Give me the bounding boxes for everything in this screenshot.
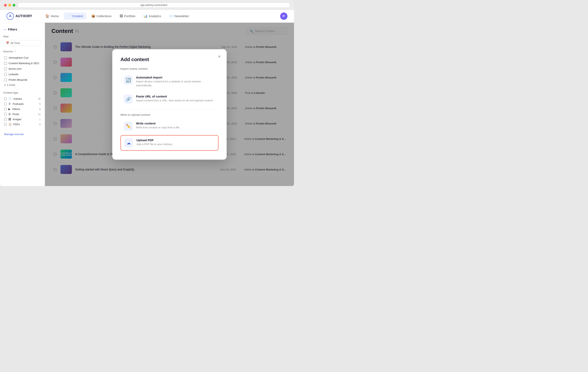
nav-item-home[interactable]: 🏠 Home [42, 12, 62, 20]
articles-icon: 📄 [8, 97, 12, 100]
upload-section-label: Write or upload content [120, 113, 219, 116]
type-checkbox-pdfs[interactable] [4, 123, 7, 126]
upload-pdf-text: Upload PDF Add a PDF file to your Author… [136, 138, 173, 146]
main-content: Content 51 🔍 Search Content The Ultimate… [45, 23, 294, 186]
type-checkbox-images[interactable] [4, 118, 7, 120]
minimize-traffic-light[interactable] [8, 4, 11, 7]
logo-icon: A [7, 12, 14, 20]
upload-pdf-icon-wrap: ☁ [124, 138, 133, 147]
pdfs-icon: 📋 [8, 123, 12, 126]
podcasts-icon: 🎙 [8, 102, 11, 106]
navbar: A AUTHORY 🏠 Home 📄 Content 📦 Collections… [0, 10, 294, 23]
type-posts[interactable]: ☰ Posts 11 [3, 112, 42, 117]
write-content-icon-wrap: ✏️ [124, 122, 133, 131]
write-content-option[interactable]: ✏️ Write content Write from scratch or c… [120, 119, 219, 133]
pencil-icon: ✏️ [126, 124, 131, 129]
content-type-section: Content type 📄 Articles 25 🎙 Podcasts 5 … [3, 91, 42, 127]
paste-url-option[interactable]: 🔗 Paste URL of content Import content fr… [120, 92, 219, 107]
source-checkbox-dzone[interactable] [4, 67, 7, 70]
nav-item-portfolio[interactable]: 🖼 Portfolio [116, 13, 139, 20]
sources-filter-section: Sources ? Atmosphere Cue Content Marketi… [3, 50, 42, 87]
browser-chrome: app.authory.com/content [0, 0, 294, 10]
source-atmosphere-cue[interactable]: Atmosphere Cue [3, 55, 42, 61]
logo-text: AUTHORY [16, 14, 32, 18]
date-filter-label: Date [3, 35, 42, 38]
all-time-button[interactable]: 📅 All Time [3, 40, 42, 46]
logo-area[interactable]: A AUTHORY [7, 12, 32, 20]
home-icon: 🏠 [45, 14, 49, 18]
type-checkbox-articles[interactable] [4, 98, 7, 100]
source-checkbox-cms[interactable] [4, 62, 7, 65]
paste-url-title: Paste URL of content [136, 95, 213, 98]
upload-pdf-desc: Add a PDF file to your Authory. [136, 142, 173, 146]
type-podcasts[interactable]: 🎙 Podcasts 5 [3, 101, 42, 107]
source-checkbox-atmosphere[interactable] [4, 56, 7, 59]
write-content-title: Write content [136, 122, 180, 125]
automated-import-option[interactable]: 🔄 Automated import Import all your conte… [120, 73, 219, 90]
write-content-desc: Write from scratch or copy from a file. [136, 126, 180, 129]
write-content-text: Write content Write from scratch or copy… [136, 122, 180, 129]
close-traffic-light[interactable] [4, 4, 7, 7]
collections-icon: 📦 [91, 14, 95, 18]
content-type-label: Content type [3, 91, 42, 94]
sidebar-title: Filters [3, 28, 42, 31]
modal-close-button[interactable]: ✕ [216, 53, 222, 60]
modal-title: Add content [120, 57, 219, 62]
traffic-lights [4, 4, 15, 7]
fullscreen-traffic-light[interactable] [13, 4, 15, 7]
date-filter-section: Date 📅 All Time [3, 35, 42, 46]
modal-divider [120, 110, 219, 110]
sources-filter-label: Sources ? [3, 50, 42, 53]
automated-import-text: Automated import Import all your content… [136, 76, 215, 87]
nav-item-newsletter[interactable]: ✉️ Newsletter [166, 12, 192, 20]
nav-item-content[interactable]: 📄 Content [64, 12, 86, 20]
content-icon: 📄 [67, 14, 71, 18]
automated-import-desc: Import all your content from a website o… [136, 80, 215, 87]
analytics-icon: 📊 [144, 14, 148, 18]
type-videos[interactable]: ▶ Videos 9 [3, 107, 42, 112]
app-window: A AUTHORY 🏠 Home 📄 Content 📦 Collections… [0, 10, 294, 186]
nav-links: 🏠 Home 📄 Content 📦 Collections 🖼 Portfol… [42, 12, 280, 20]
upload-pdf-title: Upload PDF [136, 138, 173, 142]
address-bar: app.authory.com/content [18, 2, 290, 8]
source-checkbox-linkedin[interactable] [4, 73, 7, 76]
upload-cloud-icon: ☁ [126, 141, 131, 145]
import-section-label: Import online content [120, 67, 219, 70]
paste-url-text: Paste URL of content Import content from… [136, 95, 213, 102]
sidebar: Filters Date 📅 All Time Sources ? Atmosp… [0, 23, 45, 186]
upload-pdf-option[interactable]: ☁ Upload PDF Add a PDF file to your Auth… [120, 135, 219, 151]
sources-help-icon: ? [14, 50, 16, 53]
images-icon: 🖼 [8, 118, 11, 121]
paste-url-desc: Import content from a URL. Also works fo… [136, 99, 213, 102]
source-dzone[interactable]: dzone.com [3, 66, 42, 72]
portfolio-icon: 🖼 [120, 14, 123, 18]
type-articles[interactable]: 📄 Articles 25 [3, 96, 42, 101]
manage-sources-link[interactable]: Manage sources [3, 131, 42, 137]
videos-icon: ▶ [8, 108, 10, 110]
type-checkbox-podcasts[interactable] [4, 103, 7, 105]
sync-icon: 🔄 [126, 78, 131, 83]
automated-import-title: Automated import [136, 76, 215, 79]
nav-item-collections[interactable]: 📦 Collections [88, 12, 115, 20]
link-icon: 🔗 [126, 97, 131, 102]
posts-icon: ☰ [8, 113, 11, 116]
type-images[interactable]: 🖼 Images 1 [3, 117, 42, 122]
modal-overlay[interactable]: Add content ✕ Import online content 🔄 Au… [45, 23, 294, 186]
calendar-icon: 📅 [6, 42, 9, 44]
source-content-marketing-seo[interactable]: Content Marketing & SEO [3, 61, 42, 66]
newsletter-icon: ✉️ [169, 14, 173, 18]
content-area: Filters Date 📅 All Time Sources ? Atmosp… [0, 23, 294, 186]
paste-url-icon-wrap: 🔗 [124, 95, 133, 104]
type-checkbox-posts[interactable] [4, 113, 7, 115]
type-checkbox-videos[interactable] [4, 108, 7, 110]
nav-item-analytics[interactable]: 📊 Analytics [140, 12, 164, 20]
source-linkedin[interactable]: Linkedin [3, 72, 42, 77]
source-protim[interactable]: Protim Bhaumik [3, 77, 42, 83]
add-content-modal: Add content ✕ Import online content 🔄 Au… [112, 49, 227, 159]
automated-import-icon-wrap: 🔄 [124, 76, 133, 85]
type-pdfs[interactable]: 📋 PDFs 0 [3, 122, 42, 127]
more-sources-link[interactable]: ∨ 1 more [3, 83, 42, 87]
avatar[interactable]: P [280, 12, 287, 20]
source-checkbox-protim[interactable] [4, 78, 7, 81]
